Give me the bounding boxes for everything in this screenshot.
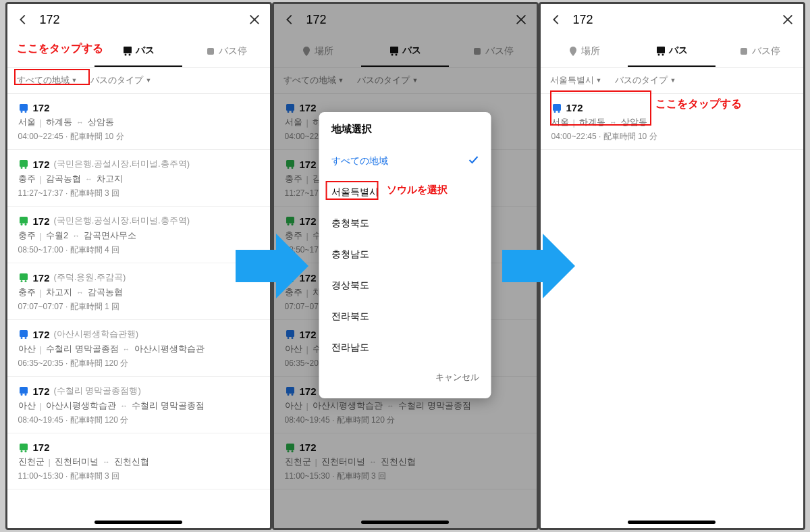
region-option[interactable]: 충청북도 (319, 208, 491, 239)
bus-city: 서울 (551, 116, 569, 128)
tab-place-label: 場所 (581, 45, 600, 57)
bus-list[interactable]: 172 서울| 하계동 ↔ 상암동 04:00~22:45 · 配車時間 10 … (7, 94, 270, 499)
tab-bus[interactable]: バス (94, 35, 182, 67)
filter-region[interactable]: すべての地域 ▼ (17, 74, 78, 86)
bus-city: 아산 (18, 343, 36, 355)
bus-route-b: 진천신협 (114, 456, 149, 468)
svg-point-23 (20, 450, 22, 452)
modal-cancel[interactable]: キャンセル (319, 363, 491, 392)
bus-item[interactable]: 172 진천군| 진천터미널 ↔ 진천신협 11:00~15:30 · 配車時間… (7, 433, 270, 489)
modal-title: 地域選択 (319, 112, 491, 145)
svg-rect-10 (20, 217, 28, 223)
bus-number: 172 (33, 498, 50, 500)
filter-region[interactable]: 서울특별시▼ (550, 74, 602, 86)
bus-number: 172 (33, 385, 50, 397)
region-option[interactable]: 충청남도 (319, 239, 491, 270)
region-option[interactable]: 전라남도 (319, 332, 491, 363)
tab-place[interactable]: 場所 (541, 35, 628, 67)
region-option[interactable]: 경상북도 (319, 270, 491, 301)
bus-icon (551, 103, 562, 113)
svg-point-21 (24, 394, 26, 396)
bus-icon (18, 385, 29, 396)
svg-point-15 (24, 280, 26, 282)
back-icon[interactable] (549, 12, 564, 27)
filter-bustype-label: バスのタイプ (615, 74, 668, 86)
tab-bus[interactable]: バス (628, 35, 716, 67)
bus-item[interactable]: 172 (수철리 명막골종점행) 아산| 아산시평생학습관 ↔ 수철리 명막골종… (7, 377, 270, 433)
bus-item[interactable]: 172 (아산시평생학습관행) 아산| 수철리 명막골종점 ↔ 아산시평생학습관… (7, 320, 270, 377)
bus-icon (18, 329, 29, 340)
bus-suffix: (주덕.용원.주감곡) (54, 271, 126, 284)
bus-city: 서울 (18, 116, 36, 128)
bus-number: 172 (33, 102, 50, 113)
svg-rect-16 (20, 330, 28, 337)
bus-city: 진천군 (18, 456, 45, 468)
bus-route-a: 아산시평생학습관 (46, 400, 116, 412)
bus-city: 아산 (18, 400, 36, 412)
bus-item[interactable]: 172 (국민은행.공설시장.터미널.충주역) 충주| 감곡농협 ↔ 차고지 1… (7, 150, 270, 207)
bus-route-a: 수월2 (46, 230, 68, 242)
tab-busstop[interactable]: バス停 (716, 35, 803, 67)
bus-icon (18, 272, 29, 283)
bus-item[interactable]: 172 (주덕.용원.주감곡) 충주| 차고지 ↔ 감곡농협 07:07~07:… (7, 263, 270, 320)
dblarrow-icon: ↔ (123, 345, 130, 353)
search-input[interactable] (40, 13, 238, 27)
region-option-seoul[interactable]: 서울특별시 ソウルを選択 (319, 177, 491, 208)
dblarrow-icon: ↔ (76, 118, 84, 126)
svg-rect-19 (20, 387, 28, 394)
tab-bus-label: バス (669, 45, 688, 57)
svg-point-2 (129, 53, 131, 55)
pin-icon (568, 46, 578, 57)
region-option-label: 충청북도 (331, 217, 369, 228)
bus-item[interactable]: 172 (국민은행.공설시장.터미널.충주역) 충주| 수월2 ↔ 감곡면사무소… (7, 207, 270, 263)
bus-item[interactable]: 172 (파초 마수 새막) (7, 489, 270, 499)
chevron-down-icon: ▼ (596, 77, 602, 84)
dblarrow-icon: ↔ (120, 402, 128, 410)
chevron-down-icon: ▼ (72, 77, 78, 84)
region-option[interactable]: 전라북도 (319, 301, 491, 332)
filter-bustype[interactable]: バスのタイプ ▼ (90, 74, 151, 86)
bus-icon (18, 103, 29, 113)
tab-busstop[interactable]: バス停 (182, 35, 270, 67)
svg-rect-56 (657, 47, 665, 53)
filter-bustype[interactable]: バスのタイプ▼ (615, 74, 676, 86)
bus-route-a: 하계동 (579, 116, 605, 128)
bus-meta: 04:00~22:45 · 配車時間 10 分 (551, 131, 792, 142)
back-icon[interactable] (16, 12, 30, 27)
svg-rect-13 (20, 273, 28, 280)
chevron-down-icon: ▼ (145, 77, 151, 84)
svg-point-20 (20, 394, 22, 396)
bus-number: 172 (33, 272, 50, 284)
bus-meta: 08:50~17:00 · 配車時間 4 回 (18, 244, 259, 256)
region-option[interactable]: すべての地域 (319, 145, 491, 177)
bus-icon (18, 442, 29, 453)
bus-route-a: 진천터미널 (55, 456, 99, 468)
bus-suffix: (국민은행.공설시장.터미널.충주역) (54, 215, 190, 227)
bus-suffix: (파초 마수 새막) (54, 498, 117, 499)
close-icon[interactable] (247, 12, 262, 27)
bus-list[interactable]: 172 서울| 하계동 ↔ 상암동 04:00~22:45 · 配車時間 10 … (541, 94, 803, 499)
region-modal: 地域選択 すべての地域 서울특별시 ソウルを選択 충청북도 충청남도 경상북도 … (319, 112, 491, 398)
bus-suffix: (국민은행.공설시장.터미널.충주역) (54, 158, 190, 170)
svg-point-8 (20, 167, 22, 169)
dblarrow-icon: ↔ (610, 118, 617, 126)
svg-point-11 (20, 223, 22, 225)
svg-point-6 (24, 111, 26, 113)
svg-point-58 (662, 53, 664, 55)
tab-busstop-label: バス停 (752, 45, 780, 57)
svg-rect-7 (20, 160, 28, 167)
search-input[interactable] (573, 13, 771, 27)
svg-point-9 (24, 167, 26, 169)
region-option-label: 경상북도 (331, 280, 369, 290)
region-option-label: 충청남도 (331, 248, 369, 259)
svg-point-18 (24, 337, 26, 339)
bus-number: 172 (33, 159, 50, 170)
bus-route-b: 감곡면사무소 (84, 230, 136, 242)
bus-item[interactable]: 172 서울| 하계동 ↔ 상암동 04:00~22:45 · 配車時間 10 … (7, 94, 270, 150)
region-option-label: 전라남도 (331, 342, 369, 352)
home-indicator (94, 521, 182, 524)
close-icon[interactable] (780, 12, 795, 27)
bus-icon (655, 45, 666, 56)
bus-suffix: (수철리 명막골종점행) (54, 385, 141, 397)
bus-item[interactable]: 172 서울| 하계동 ↔ 상암동 04:00~22:45 · 配車時間 10 … (541, 94, 803, 150)
